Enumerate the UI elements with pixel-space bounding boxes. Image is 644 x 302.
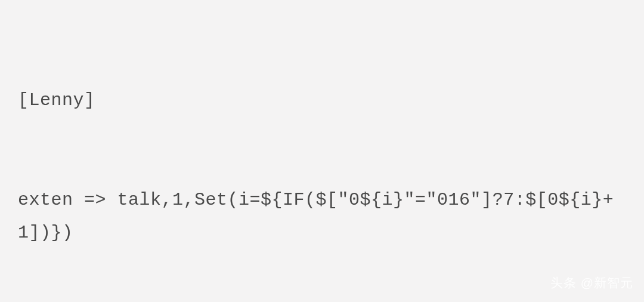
watermark-text: 头条 @新智元 xyxy=(550,272,633,295)
code-snippet: [Lenny] exten => talk,1,Set(i=${IF($["0$… xyxy=(18,18,626,302)
code-line-1: [Lenny] xyxy=(18,84,626,118)
code-line-2: exten => talk,1,Set(i=${IF($["0${i}"="01… xyxy=(18,184,626,250)
